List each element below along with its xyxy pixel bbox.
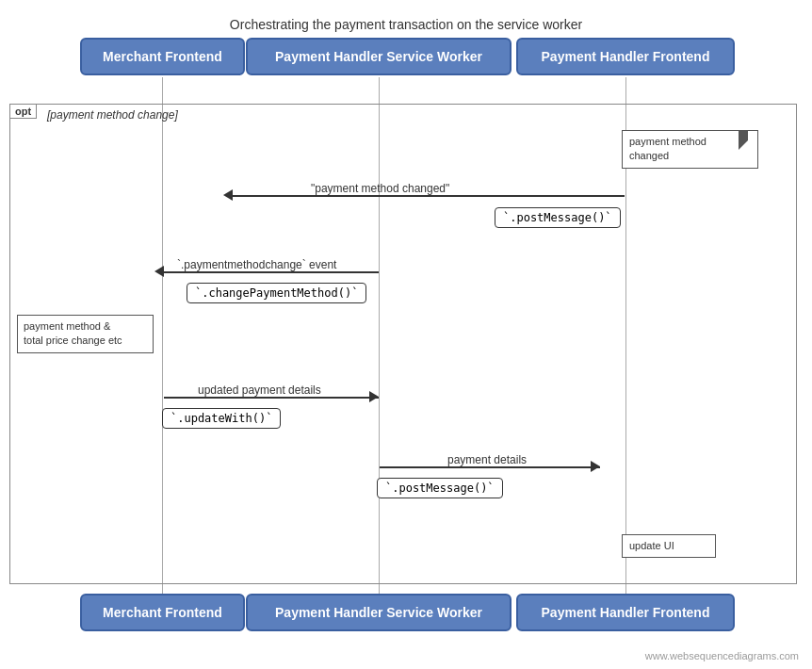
actor-phfrontend-bottom: Payment Handler Frontend <box>516 594 735 631</box>
note-payment-method-changed: payment method changed <box>622 130 758 169</box>
actor-merchant-top: Merchant Frontend <box>80 38 245 75</box>
arrow-label-1: "payment method changed" <box>311 182 449 195</box>
side-note-payment: payment method & total price change etc <box>17 315 154 353</box>
arrow-head-2 <box>154 266 164 277</box>
actor-merchant-bottom: Merchant Frontend <box>80 594 245 631</box>
arrow-line-2 <box>164 271 379 273</box>
method-postmessage-2: `.postMessage()` <box>377 478 503 498</box>
diagram-title: Orchestrating the payment transaction on… <box>0 8 812 32</box>
arrow-line-1 <box>233 195 625 197</box>
opt-condition: [payment method change] <box>47 108 178 122</box>
note-update-ui: update UI <box>622 534 716 558</box>
arrow-line-4 <box>380 466 600 468</box>
actor-serviceworker-top: Payment Handler Service Worker <box>246 38 512 75</box>
method-updatewith: `.updateWith()` <box>162 408 281 429</box>
method-changepayment: `.changePaymentMethod()` <box>187 283 366 303</box>
arrow-head-3 <box>369 391 379 402</box>
arrow-label-3: updated payment details <box>198 383 321 397</box>
actor-serviceworker-bottom: Payment Handler Service Worker <box>246 594 512 631</box>
watermark: www.websequencediagrams.com <box>645 650 799 661</box>
method-postmessage-1: `.postMessage()` <box>495 207 621 228</box>
opt-tag: opt <box>9 104 37 119</box>
arrow-head-4 <box>591 461 600 472</box>
arrow-line-3 <box>164 397 379 399</box>
arrow-label-4: payment details <box>447 453 527 466</box>
arrow-head-1 <box>223 189 233 201</box>
actor-phfrontend-top: Payment Handler Frontend <box>516 38 735 75</box>
diagram: Orchestrating the payment transaction on… <box>0 0 812 669</box>
arrow-label-2: `.paymentmethodchange` event <box>177 258 336 271</box>
